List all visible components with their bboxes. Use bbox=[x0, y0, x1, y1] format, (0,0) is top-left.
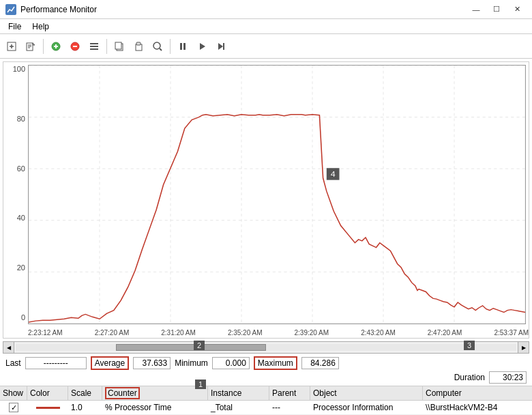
scroll-left-button[interactable]: ◀ bbox=[3, 342, 14, 353]
header-counter: 1 Counter bbox=[102, 386, 208, 400]
svg-rect-23 bbox=[183, 43, 186, 50]
new-counter-set-button[interactable] bbox=[3, 38, 20, 55]
skip-end-button[interactable] bbox=[212, 38, 230, 55]
x-label-0: 2:23:12 AM bbox=[28, 329, 63, 337]
app-window: Performance Monitor — ☐ ✕ File Help bbox=[0, 0, 532, 415]
cell-show: ✓ bbox=[0, 401, 27, 414]
y-label-0: 0 bbox=[3, 313, 28, 321]
scrollbar-container: 2 3 ◀ ▶ bbox=[3, 341, 529, 354]
average-value: 37.633 bbox=[133, 357, 171, 369]
title-bar: Performance Monitor — ☐ ✕ bbox=[0, 0, 532, 19]
window-controls: — ☐ ✕ bbox=[467, 3, 527, 16]
table-row: ✓ 1.0 % Processor Time _Total --- Proces… bbox=[0, 401, 532, 415]
copy-button[interactable] bbox=[110, 38, 128, 55]
checkmark-icon: ✓ bbox=[11, 403, 17, 412]
cell-object: Processor Information bbox=[310, 401, 423, 414]
toolbar bbox=[0, 34, 532, 59]
cell-scale: 1.0 bbox=[68, 401, 102, 414]
x-label-4: 2:39:20 AM bbox=[295, 329, 329, 337]
badge-3: 3 bbox=[464, 341, 475, 350]
menu-bar: File Help bbox=[0, 19, 532, 34]
header-instance: Instance bbox=[208, 386, 269, 400]
close-button[interactable]: ✕ bbox=[507, 3, 527, 16]
y-axis: 100 80 60 40 20 0 bbox=[3, 62, 28, 324]
scroll-track[interactable] bbox=[16, 344, 516, 351]
y-label-60: 60 bbox=[3, 164, 28, 173]
svg-rect-19 bbox=[136, 42, 141, 45]
cell-color bbox=[27, 405, 68, 411]
svg-rect-22 bbox=[180, 43, 182, 50]
app-icon bbox=[5, 4, 16, 15]
menu-file[interactable]: File bbox=[3, 20, 27, 33]
x-label-3: 2:35:20 AM bbox=[228, 329, 263, 337]
toolbar-separator-3 bbox=[170, 39, 171, 54]
paste-button[interactable] bbox=[130, 38, 147, 55]
svg-rect-26 bbox=[223, 43, 224, 50]
x-label-7: 2:53:37 AM bbox=[494, 329, 529, 337]
svg-rect-13 bbox=[90, 46, 98, 47]
svg-rect-17 bbox=[115, 42, 121, 49]
pause-button[interactable] bbox=[174, 38, 192, 55]
maximum-value: 84.286 bbox=[301, 357, 339, 369]
average-label: Average bbox=[91, 356, 129, 370]
header-scale: Scale bbox=[68, 386, 102, 400]
maximize-button[interactable]: ☐ bbox=[487, 3, 506, 16]
x-label-6: 2:47:20 AM bbox=[428, 329, 462, 337]
x-label-2: 2:31:20 AM bbox=[161, 329, 196, 337]
color-indicator bbox=[36, 407, 60, 409]
svg-text:4: 4 bbox=[331, 169, 336, 178]
resume-button[interactable] bbox=[193, 38, 211, 55]
counter-table: Show Color Scale 1 Counter Instance Pare… bbox=[0, 386, 532, 415]
cell-parent: --- bbox=[269, 401, 310, 414]
x-label-5: 2:43:20 AM bbox=[361, 329, 396, 337]
scroll-right-button[interactable]: ▶ bbox=[518, 342, 529, 353]
minimum-label: Minimum bbox=[175, 358, 208, 368]
duration-label: Duration bbox=[454, 373, 485, 382]
highlight-button[interactable] bbox=[149, 38, 166, 55]
duration-value: 30:23 bbox=[489, 371, 527, 384]
minimize-button[interactable]: — bbox=[467, 3, 486, 16]
header-show: Show bbox=[0, 386, 27, 400]
y-label-40: 40 bbox=[3, 214, 28, 222]
open-logfile-button[interactable] bbox=[22, 38, 40, 55]
last-value: --------- bbox=[25, 357, 87, 369]
add-counter-button[interactable] bbox=[47, 38, 65, 55]
x-axis: 2:23:12 AM 2:27:20 AM 2:31:20 AM 2:35:20… bbox=[28, 328, 529, 338]
chart-inner: 100 80 60 40 20 0 bbox=[3, 62, 529, 338]
main-content: 100 80 60 40 20 0 bbox=[0, 59, 532, 415]
chart-area: 100 80 60 40 20 0 bbox=[3, 61, 529, 339]
header-color: Color bbox=[27, 386, 68, 400]
toolbar-separator-1 bbox=[43, 39, 44, 54]
cell-counter: % Processor Time bbox=[102, 401, 208, 414]
show-checkbox[interactable]: ✓ bbox=[9, 403, 18, 412]
svg-rect-15 bbox=[90, 48, 98, 50]
minimum-value: 0.000 bbox=[212, 357, 250, 369]
counter-header-label: Counter bbox=[105, 387, 140, 399]
delete-counter-button[interactable] bbox=[66, 38, 84, 55]
chart-plot: 4 bbox=[28, 65, 526, 324]
duration-row: Duration 30:23 bbox=[0, 371, 532, 386]
header-object: Object bbox=[310, 386, 423, 400]
header-computer: Computer bbox=[423, 386, 532, 400]
svg-marker-24 bbox=[200, 43, 205, 50]
svg-marker-25 bbox=[218, 43, 223, 50]
badge-1: 1 bbox=[195, 380, 206, 389]
toolbar-separator-2 bbox=[106, 39, 107, 54]
x-label-1: 2:27:20 AM bbox=[95, 329, 130, 337]
svg-marker-4 bbox=[33, 43, 35, 45]
table-header: Show Color Scale 1 Counter Instance Pare… bbox=[0, 386, 532, 401]
y-label-20: 20 bbox=[3, 263, 28, 272]
badge-2: 2 bbox=[194, 341, 205, 350]
last-label: Last bbox=[5, 358, 21, 368]
scroll-thumb[interactable] bbox=[116, 344, 266, 351]
y-label-80: 80 bbox=[3, 115, 28, 123]
menu-help[interactable]: Help bbox=[27, 20, 55, 33]
svg-point-20 bbox=[153, 42, 160, 49]
cell-instance: _Total bbox=[208, 401, 269, 414]
header-parent: Parent bbox=[269, 386, 310, 400]
svg-line-21 bbox=[160, 48, 162, 51]
app-title: Performance Monitor bbox=[20, 5, 97, 14]
stats-row: Last --------- Average 37.633 Minimum 0.… bbox=[0, 355, 532, 371]
y-label-100: 100 bbox=[3, 65, 28, 73]
properties-button[interactable] bbox=[85, 38, 103, 55]
